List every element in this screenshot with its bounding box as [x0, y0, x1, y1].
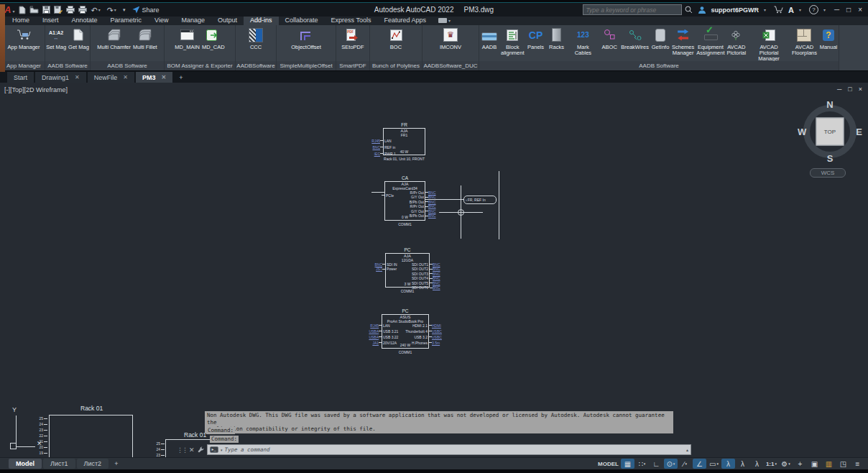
qprint-icon[interactable]: [78, 6, 87, 14]
ribbon-button-imconv[interactable]: ♛IMCONV: [439, 26, 462, 50]
qsave-icon[interactable]: [42, 6, 50, 14]
customization-menu[interactable]: ≡: [851, 459, 864, 469]
qatmore-icon[interactable]: ▾: [123, 6, 126, 14]
annotation-scale-button[interactable]: 1:1▾: [765, 459, 778, 469]
ribbon-display-toggle[interactable]: ▾: [438, 18, 453, 23]
close-command-window-icon[interactable]: ✕: [189, 446, 195, 454]
isometric-drafting-toggle[interactable]: ∕▾: [678, 459, 692, 469]
new-drawing-tab-button[interactable]: +: [174, 72, 188, 83]
viewcube-east[interactable]: E: [856, 127, 862, 137]
drawing-canvas[interactable]: [-][Top][2D Wireframe] ─ □ × N S W E TOP…: [0, 83, 868, 457]
file-tab-newfile[interactable]: NewFile✕: [88, 72, 134, 83]
signed-in-user[interactable]: support6PGWR: [711, 6, 760, 14]
layout-tab-model[interactable]: Model: [9, 459, 42, 469]
viewport-restore-button[interactable]: □: [848, 86, 851, 93]
viewport-close-button[interactable]: ×: [859, 86, 862, 93]
qplot-icon[interactable]: [66, 6, 75, 14]
ribbon-button-set-mag[interactable]: A1:A2↔Set Mag: [45, 26, 67, 50]
ribbon-button-aboc[interactable]: ABOC: [599, 26, 619, 50]
drag-handle-icon[interactable]: ⋮⋮: [177, 446, 187, 454]
close-tab-icon[interactable]: ✕: [161, 74, 166, 81]
ribbon-button-multi-chamfer[interactable]: Multi Chamfer: [96, 26, 131, 50]
chevron-down-icon[interactable]: ▾: [716, 461, 719, 466]
ribbon-button-getinfo[interactable]: GetInfo: [650, 26, 670, 50]
chevron-down-icon[interactable]: ▾: [114, 7, 116, 12]
ribbon-button-schemes-manager[interactable]: Schemes Manager: [671, 26, 695, 56]
annotation-monitor[interactable]: +: [793, 459, 807, 469]
ribbon-button-breakwires[interactable]: BreakWires: [620, 26, 650, 50]
chevron-down-icon[interactable]: ▾: [799, 7, 801, 12]
grid-display-toggle[interactable]: ▦: [621, 459, 634, 469]
viewcube-south[interactable]: S: [827, 153, 834, 164]
qnew-icon[interactable]: [19, 6, 26, 14]
clean-screen[interactable]: ◳: [836, 459, 850, 469]
viewcube-north[interactable]: N: [826, 99, 833, 110]
chevron-down-icon[interactable]: ▾: [764, 7, 766, 12]
ribbon-tab-home[interactable]: Home: [6, 16, 36, 25]
chevron-down-icon[interactable]: ▾: [644, 461, 646, 466]
application-menu-button[interactable]: A▾: [3, 4, 17, 15]
file-tab-drawing1[interactable]: Drawing1✕: [35, 72, 86, 83]
chevron-down-icon[interactable]: ▾: [98, 7, 101, 12]
viewcube[interactable]: N S W E TOP: [797, 98, 863, 165]
ortho-mode-toggle[interactable]: ∟: [650, 459, 663, 469]
ribbon-tab-express-tools[interactable]: Express Tools: [325, 16, 378, 25]
annotation-scale-icon[interactable]: λ: [750, 459, 764, 469]
ribbon-button-avcad-pictorial[interactable]: AVCAD Pictorial: [726, 26, 747, 56]
chevron-down-icon[interactable]: ▾: [685, 461, 688, 466]
share-button[interactable]: Share: [132, 6, 159, 14]
viewcube-west[interactable]: W: [798, 127, 806, 137]
ribbon-button-multi-fillet[interactable]: Multi Fillet: [132, 26, 158, 50]
ribbon-button-avcad-floorplans[interactable]: AVCAD Floorplans: [791, 26, 818, 56]
redo-icon[interactable]: ↷▾: [107, 6, 119, 14]
search-input[interactable]: [583, 4, 682, 15]
polar-tracking-toggle[interactable]: ⊙▾: [664, 459, 678, 469]
ribbon-button-panels[interactable]: CPPanels: [526, 26, 546, 50]
snap-mode-toggle[interactable]: ∷▾: [635, 459, 649, 469]
viewcube-wcs-menu[interactable]: WCS: [810, 168, 846, 178]
ribbon-tab-manage[interactable]: Manage: [175, 16, 211, 25]
app-store-cart-icon[interactable]: [774, 6, 783, 14]
ribbon-tab-add-ins[interactable]: Add-ins: [244, 16, 279, 25]
ribbon-button-aadb[interactable]: AADB: [479, 26, 499, 50]
ribbon-tab-insert[interactable]: Insert: [36, 16, 65, 25]
ribbon-button-manual[interactable]: ?Manual: [818, 26, 839, 50]
close-tab-icon[interactable]: ✕: [123, 74, 128, 81]
chevron-down-icon[interactable]: ▾: [823, 7, 826, 12]
ribbon-button-block-alignment[interactable]: Block alignment: [500, 26, 525, 56]
wire-destination-tag[interactable]: ›FR, REF In: [463, 196, 497, 204]
ribbon-button-equipment-assignment[interactable]: ✓Equipment Assignment: [696, 26, 725, 56]
viewport-minimize-button[interactable]: ─: [837, 86, 841, 93]
qsaveas-icon[interactable]: [54, 6, 63, 14]
command-input[interactable]: ▸_ ▾ Type a command ▴: [207, 444, 691, 455]
viewport-controls-label[interactable]: [-][Top][2D Wireframe]: [4, 86, 68, 93]
ribbon-tab-annotate[interactable]: Annotate: [65, 16, 104, 25]
autoscale-toggle[interactable]: λ: [736, 459, 749, 469]
ribbon-button-get-mag[interactable]: Get Mag: [68, 26, 90, 50]
ribbon-tab-parametric[interactable]: Parametric: [104, 16, 149, 25]
maximize-button[interactable]: □: [846, 6, 851, 14]
autodesk-app-icon[interactable]: A: [788, 6, 794, 14]
ribbon-button-ccc[interactable]: CCC: [246, 26, 266, 50]
help-icon[interactable]: ?: [809, 5, 818, 14]
ribbon-tab-view[interactable]: View: [148, 16, 175, 25]
ribbon-button-setopdf[interactable]: PDFSEtoPDF: [341, 26, 364, 50]
chevron-down-icon[interactable]: ▾: [673, 461, 675, 466]
qopen-icon[interactable]: [29, 6, 39, 14]
ribbon-button-objectoffset[interactable]: ObjectOffset: [290, 26, 322, 50]
layout-tab-лист2[interactable]: Лист2: [77, 459, 109, 469]
close-button[interactable]: ×: [858, 6, 862, 14]
new-layout-button[interactable]: +: [110, 460, 122, 467]
ribbon-button-app-manager[interactable]: App Manager: [6, 26, 40, 50]
undo-icon[interactable]: ↶▾: [91, 6, 103, 14]
annotation-visibility-toggle[interactable]: λ: [721, 459, 735, 469]
chevron-down-icon[interactable]: ▾: [788, 461, 790, 466]
ribbon-tab-output[interactable]: Output: [211, 16, 244, 25]
layout-tab-лист1[interactable]: Лист1: [43, 459, 75, 469]
ribbon-button-md-main[interactable]: MD_MAIN: [174, 26, 200, 50]
object-snap-toggle[interactable]: ▭▾: [707, 459, 721, 469]
ribbon-button-avcad-pictorial-manager[interactable]: AVCAD Pictorial Manager: [747, 26, 790, 61]
object-snap-tracking-toggle[interactable]: ∠: [693, 459, 706, 469]
graphics-performance[interactable]: ▥: [822, 459, 836, 469]
recent-commands-icon[interactable]: ▴: [686, 447, 688, 452]
